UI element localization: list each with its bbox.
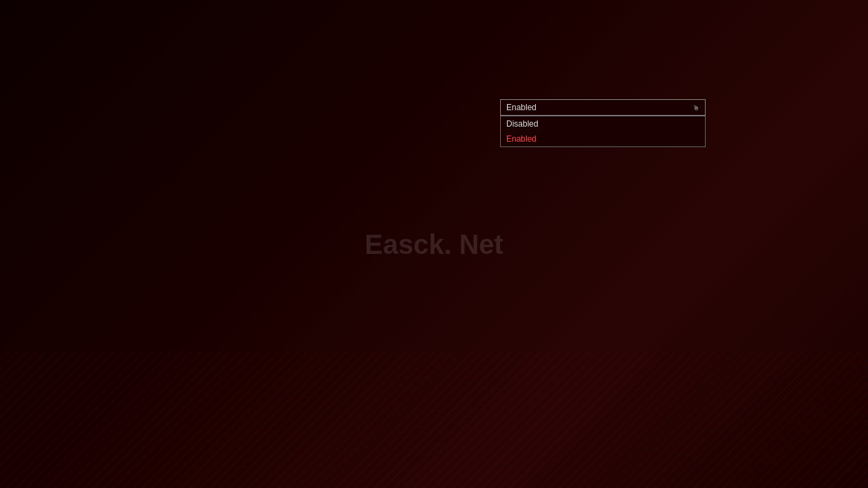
ctdp-dropdown[interactable]: Enabled 🖱 [500, 99, 706, 116]
ctdp-option-enabled[interactable]: Enabled [501, 131, 705, 146]
dropdown-arrow-icon: 🖱 [693, 104, 699, 112]
ctdp-dropdown-container: Enabled 🖱 Disabled Enabled [500, 99, 706, 147]
ctdp-dropdown-list: Disabled Enabled [500, 116, 706, 147]
ctdp-value: Enabled [506, 103, 536, 112]
ctdp-option-disabled[interactable]: Disabled [501, 116, 705, 131]
